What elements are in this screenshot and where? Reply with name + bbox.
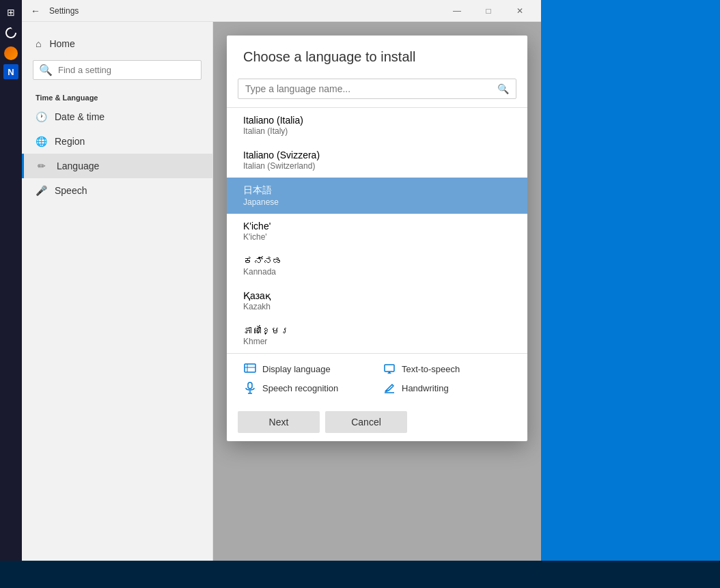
lang-english: Italian (Italy)	[243, 126, 511, 136]
feature-text-to-speech: Text-to-speech	[383, 362, 511, 376]
feature-handwriting: Handwriting	[383, 381, 511, 395]
text-to-speech-label: Text-to-speech	[402, 364, 460, 374]
display-language-label: Display language	[262, 364, 331, 374]
search-box[interactable]: 🔍	[33, 60, 202, 80]
globe-icon: 🌐	[36, 136, 46, 147]
sidebar-home[interactable]: ⌂ Home	[22, 33, 212, 55]
feature-speech-recognition: Speech recognition	[243, 381, 372, 395]
home-label: Home	[49, 38, 74, 49]
cancel-button[interactable]: Cancel	[325, 411, 407, 433]
title-bar: ← Settings — □ ✕	[22, 0, 541, 22]
lang-english: Kannada	[243, 267, 511, 277]
taskbar	[0, 561, 720, 588]
list-item[interactable]: ភាសាខ្មែរ Khmer	[227, 318, 527, 353]
sidebar-item-date-time[interactable]: 🕐 Date & time	[22, 104, 212, 129]
search-input[interactable]	[58, 65, 195, 75]
speech-recognition-icon	[243, 381, 257, 395]
sidebar-item-language[interactable]: ✏ Language	[22, 154, 212, 178]
lang-native: 日本語	[243, 184, 511, 197]
lang-native: ភាសាខ្មែរ	[243, 325, 511, 336]
start-icon[interactable]: ⊞	[1, 3, 20, 22]
lang-english: Khmer	[243, 337, 511, 346]
lang-english: Japanese	[243, 197, 511, 207]
language-search-input[interactable]	[245, 83, 492, 94]
handwriting-label: Handwriting	[402, 383, 449, 393]
lang-native: Italiano (Italia)	[243, 115, 511, 126]
lang-native: ಕನ್ನಡ	[243, 255, 511, 266]
settings-main: Choose a language to install 🔍 Italiano …	[213, 22, 541, 561]
back-button[interactable]: ←	[27, 3, 44, 19]
display-language-icon	[243, 362, 257, 376]
svg-rect-0	[245, 364, 255, 372]
language-dialog: Choose a language to install 🔍 Italiano …	[227, 36, 527, 441]
svg-rect-4	[248, 382, 252, 389]
dialog-header: Choose a language to install	[227, 36, 527, 73]
lang-native: Italiano (Svizzera)	[243, 150, 511, 160]
handwriting-icon	[383, 381, 396, 395]
speech-icon: 🎤	[36, 185, 46, 196]
sidebar-item-speech[interactable]: 🎤 Speech	[22, 178, 212, 203]
list-item-selected[interactable]: 日本語 Japanese	[227, 178, 527, 214]
nav-label-language: Language	[57, 160, 99, 171]
speech-recognition-label: Speech recognition	[262, 383, 338, 393]
list-item[interactable]: Italiano (Italia) Italian (Italy)	[227, 108, 527, 143]
lang-english: Italian (Switzerland)	[243, 161, 511, 171]
settings-content: ⌂ Home 🔍 Time & Language 🕐 Date & time 🌐…	[22, 22, 541, 561]
section-label: Time & Language	[22, 85, 212, 104]
dialog-title: Choose a language to install	[243, 49, 511, 65]
language-list: Italiano (Italia) Italian (Italy) Italia…	[227, 107, 527, 353]
text-to-speech-icon	[383, 362, 396, 376]
lang-english: Kazakh	[243, 302, 511, 311]
maximize-button[interactable]: □	[473, 0, 504, 22]
lang-native: K'iche'	[243, 221, 511, 232]
dialog-search-box[interactable]: 🔍	[238, 79, 516, 99]
nav-label-region: Region	[55, 136, 85, 147]
modal-overlay: Choose a language to install 🔍 Italiano …	[213, 22, 541, 561]
list-item[interactable]: Қазақ Kazakh	[227, 283, 527, 318]
firefox-icon[interactable]	[1, 44, 20, 63]
recycle-icon[interactable]	[1, 23, 20, 42]
home-icon: ⌂	[36, 38, 41, 49]
close-button[interactable]: ✕	[504, 0, 536, 22]
list-item[interactable]: ಕನ್ನಡ Kannada	[227, 249, 527, 283]
clock-icon: 🕐	[36, 111, 46, 122]
settings-sidebar: ⌂ Home 🔍 Time & Language 🕐 Date & time 🌐…	[22, 22, 213, 561]
sidebar-item-region[interactable]: 🌐 Region	[22, 129, 212, 154]
lang-native: Қазақ	[243, 290, 511, 301]
window-controls: — □ ✕	[441, 0, 536, 22]
dialog-search-icon: 🔍	[497, 83, 509, 94]
next-button[interactable]: Next	[238, 411, 320, 433]
lang-english: K'iche'	[243, 232, 511, 242]
list-item[interactable]: K'iche' K'iche'	[227, 214, 527, 249]
list-item[interactable]: Italiano (Svizzera) Italian (Switzerland…	[227, 143, 527, 178]
app-sidebar: ⊞ N	[0, 0, 22, 561]
features-section: Display language Text-to-speech	[227, 353, 527, 403]
feature-display-language: Display language	[243, 362, 372, 376]
language-icon: ✏	[38, 160, 49, 171]
minimize-button[interactable]: —	[441, 0, 473, 22]
nav-label-date-time: Date & time	[55, 111, 105, 122]
dialog-footer: Next Cancel	[227, 403, 527, 441]
n-icon[interactable]: N	[3, 64, 18, 79]
search-icon: 🔍	[39, 64, 53, 76]
nav-label-speech: Speech	[55, 185, 87, 196]
settings-window: ← Settings — □ ✕ ⌂ Home 🔍 Time & Languag…	[22, 0, 541, 561]
svg-rect-3	[385, 365, 394, 372]
window-title: Settings	[49, 6, 441, 16]
